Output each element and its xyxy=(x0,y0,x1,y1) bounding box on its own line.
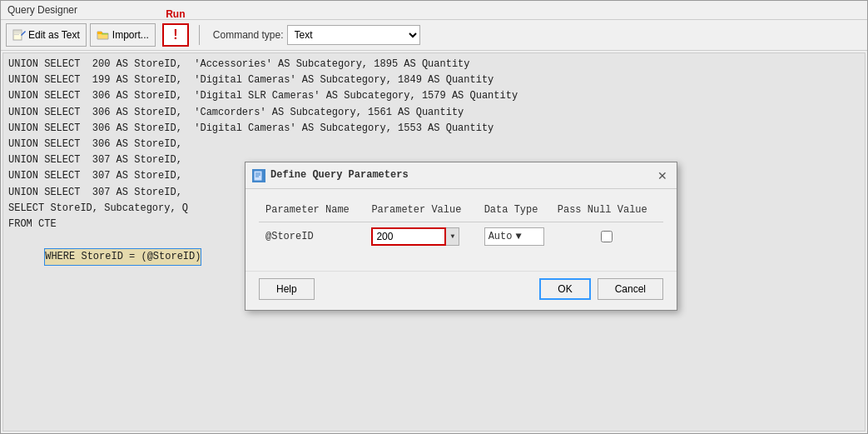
command-type-label: Command type: xyxy=(213,29,284,41)
pass-null-checkbox[interactable] xyxy=(601,231,613,242)
folder-icon xyxy=(97,28,110,42)
modal-icon xyxy=(252,169,265,182)
modal-title-bar: Define Query Parameters ✕ xyxy=(246,162,677,189)
param-value-container: ▼ xyxy=(371,227,470,246)
parameters-table: Parameter Name Parameter Value Data Type… xyxy=(259,199,663,251)
data-type-cell: Auto ▼ xyxy=(478,222,551,252)
sql-editor[interactable]: UNION SELECT 200 AS StoreID, 'Accessorie… xyxy=(2,52,866,432)
svg-rect-1 xyxy=(14,31,21,32)
run-button-container: Run ! xyxy=(162,23,189,47)
run-button[interactable]: ! xyxy=(162,23,189,47)
col-param-name: Parameter Name xyxy=(259,199,365,222)
modal-title: Define Query Parameters xyxy=(270,167,409,183)
edit-icon xyxy=(12,28,26,42)
pass-null-container xyxy=(558,231,657,242)
param-name-cell: @StoreID xyxy=(259,222,365,252)
window-title: Query Designer xyxy=(7,4,77,16)
import-label: Import... xyxy=(112,29,149,41)
svg-rect-2 xyxy=(14,32,21,33)
toolbar-separator xyxy=(199,25,200,45)
edit-as-text-button[interactable]: Edit as Text xyxy=(6,23,87,47)
cancel-button[interactable]: Cancel xyxy=(598,278,663,300)
exclamation-icon: ! xyxy=(173,27,177,42)
modal-action-buttons: OK Cancel xyxy=(539,278,663,300)
svg-rect-5 xyxy=(102,33,108,35)
data-type-value: Auto xyxy=(489,229,513,245)
toolbar: Edit as Text Import... Run ! Command typ… xyxy=(1,20,867,51)
command-type-select[interactable]: Text StoredProcedure TableDirect xyxy=(287,25,420,45)
ok-button[interactable]: OK xyxy=(539,278,590,300)
data-type-chevron: ▼ xyxy=(515,229,521,245)
edit-as-text-label: Edit as Text xyxy=(28,29,80,41)
data-type-select[interactable]: Auto ▼ xyxy=(484,227,544,246)
modal-body: Parameter Name Parameter Value Data Type… xyxy=(246,189,677,271)
help-button[interactable]: Help xyxy=(259,278,315,300)
query-designer-window: Query Designer Edit as Text xyxy=(0,0,868,434)
run-label: Run xyxy=(166,8,185,20)
svg-rect-3 xyxy=(14,34,19,35)
param-value-cell: ▼ xyxy=(365,222,477,252)
pass-null-cell xyxy=(551,222,663,252)
svg-rect-6 xyxy=(254,171,262,181)
col-param-value: Parameter Value xyxy=(365,199,477,222)
modal-close-button[interactable]: ✕ xyxy=(655,168,670,183)
modal-overlay: Define Query Parameters ✕ Parameter Name… xyxy=(3,53,865,431)
import-button[interactable]: Import... xyxy=(90,23,156,47)
param-value-dropdown[interactable]: ▼ xyxy=(446,227,459,246)
col-pass-null: Pass Null Value xyxy=(551,199,663,222)
modal-footer: Help OK Cancel xyxy=(246,271,677,310)
col-data-type: Data Type xyxy=(478,199,551,222)
table-row: @StoreID ▼ Auto xyxy=(259,222,663,252)
param-value-input[interactable] xyxy=(371,227,446,246)
window-title-bar: Query Designer xyxy=(1,1,867,20)
define-query-parameters-dialog: Define Query Parameters ✕ Parameter Name… xyxy=(245,162,677,311)
